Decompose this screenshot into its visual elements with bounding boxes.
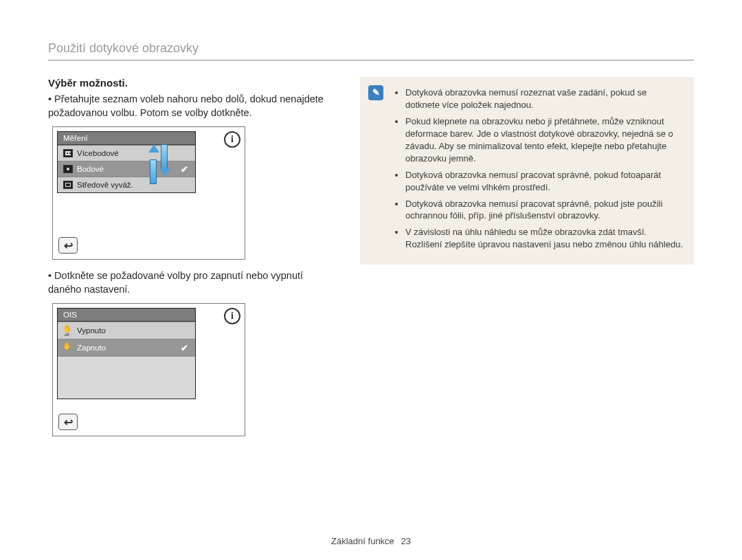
section-heading: Výběr možnosti. [48, 77, 337, 89]
metering-spot-icon [63, 165, 73, 173]
menu-title: Měření [58, 132, 195, 145]
info-icon[interactable]: i [224, 308, 240, 324]
figure-scroll-list: i Měření Vícebodové Bodové ✔ Středově v [52, 126, 245, 260]
empty-area [58, 356, 195, 399]
metering-multi-icon [63, 149, 73, 157]
touchscreen-menu: OIS Vypnuto Zapnuto ✔ [57, 308, 196, 399]
note-item: Dotyková obrazovka nemusí pracovat správ… [405, 198, 683, 223]
note-box: ✎ Dotyková obrazovka nemusí rozeznat vaš… [360, 77, 694, 265]
menu-item-label: Vypnuto [77, 326, 106, 335]
info-icon[interactable]: i [224, 131, 240, 148]
note-item: Dotyková obrazovka nemusí rozeznat vaše … [405, 87, 683, 111]
check-icon: ✔ [181, 343, 188, 353]
ois-on-icon [63, 343, 73, 352]
ois-off-icon [63, 326, 73, 335]
menu-item-label: Zapnuto [77, 344, 106, 352]
note-list: Dotyková obrazovka nemusí rozeznat vaše … [396, 87, 683, 251]
menu-item-spot[interactable]: Bodové ✔ [58, 161, 195, 177]
footer-label: Základní funkce [331, 536, 394, 546]
page-number: 23 [401, 536, 410, 546]
page-title: Použití dotykové obrazovky [48, 41, 694, 56]
menu-item-center[interactable]: Středově vyváž. [58, 177, 195, 192]
note-item: Pokud klepnete na obrazovku nebo ji přet… [405, 115, 683, 165]
footer: Základní funkce 23 [0, 536, 742, 546]
menu-item-off[interactable]: Vypnuto [58, 322, 195, 339]
touchscreen-menu: Měření Vícebodové Bodové ✔ Středově vyvá… [57, 131, 196, 193]
figure-toggle-list: i OIS Vypnuto Zapnuto ✔ ↩ [52, 303, 245, 436]
divider [48, 60, 694, 60]
back-button[interactable]: ↩ [58, 414, 78, 430]
menu-title: OIS [58, 309, 195, 322]
metering-center-icon [63, 181, 73, 189]
menu-item-label: Bodové [77, 165, 104, 173]
note-item: V závislosti na úhlu náhledu se může obr… [405, 226, 683, 251]
note-item: Dotyková obrazovka nemusí pracovat správ… [405, 169, 683, 194]
menu-item-on[interactable]: Zapnuto ✔ [58, 339, 195, 356]
instruction-1: Přetahujte seznam voleb nahoru nebo dolů… [48, 93, 337, 120]
back-button[interactable]: ↩ [58, 237, 78, 254]
instruction-2: Dotkněte se požadované volby pro zapnutí… [48, 269, 337, 296]
note-icon: ✎ [368, 85, 383, 100]
check-icon: ✔ [181, 164, 188, 175]
menu-item-multi[interactable]: Vícebodové [58, 145, 195, 161]
menu-item-label: Středově vyváž. [77, 181, 133, 189]
menu-item-label: Vícebodové [77, 149, 119, 157]
